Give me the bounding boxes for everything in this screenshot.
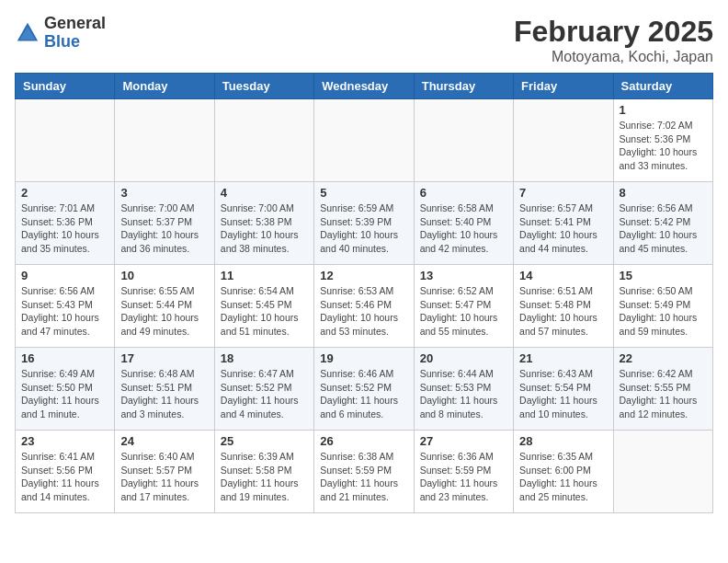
day-info: Sunrise: 6:35 AM Sunset: 6:00 PM Dayligh… <box>519 450 607 504</box>
calendar-cell: 18Sunrise: 6:47 AM Sunset: 5:52 PM Dayli… <box>214 348 313 431</box>
weekday-header-saturday: Saturday <box>613 74 712 99</box>
day-number: 11 <box>221 269 308 282</box>
logo-general: General <box>44 15 106 33</box>
calendar-cell: 2Sunrise: 7:01 AM Sunset: 5:36 PM Daylig… <box>16 182 115 265</box>
subtitle: Motoyama, Kochi, Japan <box>514 49 713 65</box>
day-info: Sunrise: 6:56 AM Sunset: 5:43 PM Dayligh… <box>21 284 108 339</box>
calendar-cell: 28Sunrise: 6:35 AM Sunset: 6:00 PM Dayli… <box>514 431 613 513</box>
day-number: 14 <box>519 269 607 282</box>
main-title: February 2025 <box>514 15 713 49</box>
weekday-header-friday: Friday <box>514 74 613 99</box>
calendar-cell: 23Sunrise: 6:41 AM Sunset: 5:56 PM Dayli… <box>16 431 115 513</box>
weekday-header-thursday: Thursday <box>414 74 513 99</box>
calendar-cell <box>314 99 414 182</box>
day-number: 12 <box>320 269 407 282</box>
day-number: 17 <box>120 351 208 365</box>
day-number: 1 <box>620 103 707 117</box>
day-info: Sunrise: 6:46 AM Sunset: 5:52 PM Dayligh… <box>320 367 407 421</box>
day-info: Sunrise: 6:44 AM Sunset: 5:53 PM Dayligh… <box>420 367 507 421</box>
calendar-cell: 13Sunrise: 6:52 AM Sunset: 5:47 PM Dayli… <box>414 265 513 348</box>
calendar-cell: 4Sunrise: 7:00 AM Sunset: 5:38 PM Daylig… <box>214 182 313 265</box>
day-number: 15 <box>620 269 707 282</box>
logo-blue: Blue <box>44 33 106 52</box>
calendar-cell: 21Sunrise: 6:43 AM Sunset: 5:54 PM Dayli… <box>514 348 613 431</box>
page-header: General Blue February 2025 Motoyama, Koc… <box>15 15 713 65</box>
day-info: Sunrise: 6:54 AM Sunset: 5:45 PM Dayligh… <box>221 284 308 339</box>
calendar-cell: 9Sunrise: 6:56 AM Sunset: 5:43 PM Daylig… <box>16 265 115 348</box>
day-number: 26 <box>320 434 407 448</box>
calendar-week-row: 9Sunrise: 6:56 AM Sunset: 5:43 PM Daylig… <box>16 265 713 348</box>
calendar-cell: 16Sunrise: 6:49 AM Sunset: 5:50 PM Dayli… <box>16 348 115 431</box>
day-info: Sunrise: 7:00 AM Sunset: 5:37 PM Dayligh… <box>120 201 208 256</box>
day-number: 18 <box>221 351 308 365</box>
day-number: 19 <box>320 351 407 365</box>
calendar-cell <box>115 99 214 182</box>
calendar-cell: 6Sunrise: 6:58 AM Sunset: 5:40 PM Daylig… <box>414 182 513 265</box>
day-info: Sunrise: 6:38 AM Sunset: 5:59 PM Dayligh… <box>320 450 407 504</box>
title-block: February 2025 Motoyama, Kochi, Japan <box>514 15 713 65</box>
day-number: 8 <box>620 186 707 200</box>
calendar-cell: 24Sunrise: 6:40 AM Sunset: 5:57 PM Dayli… <box>115 431 214 513</box>
calendar-cell: 17Sunrise: 6:48 AM Sunset: 5:51 PM Dayli… <box>115 348 214 431</box>
calendar-cell: 27Sunrise: 6:36 AM Sunset: 5:59 PM Dayli… <box>414 431 513 513</box>
day-number: 16 <box>21 351 108 365</box>
day-number: 24 <box>120 434 208 448</box>
day-number: 22 <box>620 351 707 365</box>
calendar-cell: 26Sunrise: 6:38 AM Sunset: 5:59 PM Dayli… <box>314 431 414 513</box>
day-info: Sunrise: 6:48 AM Sunset: 5:51 PM Dayligh… <box>120 367 208 421</box>
day-info: Sunrise: 6:59 AM Sunset: 5:39 PM Dayligh… <box>320 201 407 256</box>
calendar-cell: 15Sunrise: 6:50 AM Sunset: 5:49 PM Dayli… <box>613 265 712 348</box>
calendar-week-row: 23Sunrise: 6:41 AM Sunset: 5:56 PM Dayli… <box>16 431 713 513</box>
day-number: 4 <box>221 186 308 200</box>
logo-icon <box>15 20 40 46</box>
day-info: Sunrise: 6:47 AM Sunset: 5:52 PM Dayligh… <box>221 367 308 421</box>
day-number: 7 <box>519 186 607 200</box>
day-number: 6 <box>420 186 507 200</box>
day-info: Sunrise: 6:40 AM Sunset: 5:57 PM Dayligh… <box>120 450 208 504</box>
day-number: 23 <box>21 434 108 448</box>
day-info: Sunrise: 6:58 AM Sunset: 5:40 PM Dayligh… <box>420 201 507 256</box>
calendar-cell: 22Sunrise: 6:42 AM Sunset: 5:55 PM Dayli… <box>613 348 712 431</box>
day-info: Sunrise: 6:36 AM Sunset: 5:59 PM Dayligh… <box>420 450 507 504</box>
calendar-cell <box>214 99 313 182</box>
weekday-header-sunday: Sunday <box>16 74 115 99</box>
calendar-cell: 3Sunrise: 7:00 AM Sunset: 5:37 PM Daylig… <box>115 182 214 265</box>
calendar-cell: 1Sunrise: 7:02 AM Sunset: 5:36 PM Daylig… <box>613 99 712 182</box>
calendar-table: SundayMondayTuesdayWednesdayThursdayFrid… <box>15 73 713 513</box>
calendar-week-row: 2Sunrise: 7:01 AM Sunset: 5:36 PM Daylig… <box>16 182 713 265</box>
weekday-header-wednesday: Wednesday <box>314 74 414 99</box>
day-info: Sunrise: 6:42 AM Sunset: 5:55 PM Dayligh… <box>620 367 707 421</box>
day-info: Sunrise: 6:39 AM Sunset: 5:58 PM Dayligh… <box>221 450 308 504</box>
day-info: Sunrise: 6:53 AM Sunset: 5:46 PM Dayligh… <box>320 284 407 339</box>
day-info: Sunrise: 7:00 AM Sunset: 5:38 PM Dayligh… <box>221 201 308 256</box>
calendar-cell <box>16 99 115 182</box>
weekday-header-monday: Monday <box>115 74 214 99</box>
day-number: 5 <box>320 186 407 200</box>
calendar-cell <box>514 99 613 182</box>
calendar-cell: 12Sunrise: 6:53 AM Sunset: 5:46 PM Dayli… <box>314 265 414 348</box>
calendar-cell <box>414 99 513 182</box>
day-number: 21 <box>519 351 607 365</box>
calendar-cell: 7Sunrise: 6:57 AM Sunset: 5:41 PM Daylig… <box>514 182 613 265</box>
calendar-cell: 11Sunrise: 6:54 AM Sunset: 5:45 PM Dayli… <box>214 265 313 348</box>
day-number: 27 <box>420 434 507 448</box>
calendar-cell: 25Sunrise: 6:39 AM Sunset: 5:58 PM Dayli… <box>214 431 313 513</box>
day-info: Sunrise: 6:43 AM Sunset: 5:54 PM Dayligh… <box>519 367 607 421</box>
day-info: Sunrise: 6:57 AM Sunset: 5:41 PM Dayligh… <box>519 201 607 256</box>
calendar-cell: 14Sunrise: 6:51 AM Sunset: 5:48 PM Dayli… <box>514 265 613 348</box>
calendar-cell: 10Sunrise: 6:55 AM Sunset: 5:44 PM Dayli… <box>115 265 214 348</box>
day-info: Sunrise: 6:55 AM Sunset: 5:44 PM Dayligh… <box>120 284 208 339</box>
weekday-header-row: SundayMondayTuesdayWednesdayThursdayFrid… <box>16 74 713 99</box>
day-info: Sunrise: 6:49 AM Sunset: 5:50 PM Dayligh… <box>21 367 108 421</box>
calendar-cell: 5Sunrise: 6:59 AM Sunset: 5:39 PM Daylig… <box>314 182 414 265</box>
day-number: 2 <box>21 186 108 200</box>
day-info: Sunrise: 6:41 AM Sunset: 5:56 PM Dayligh… <box>21 450 108 504</box>
day-info: Sunrise: 6:52 AM Sunset: 5:47 PM Dayligh… <box>420 284 507 339</box>
day-number: 10 <box>120 269 208 282</box>
day-number: 20 <box>420 351 507 365</box>
day-number: 25 <box>221 434 308 448</box>
day-info: Sunrise: 7:01 AM Sunset: 5:36 PM Dayligh… <box>21 201 108 256</box>
logo: General Blue <box>15 15 106 52</box>
day-info: Sunrise: 6:51 AM Sunset: 5:48 PM Dayligh… <box>519 284 607 339</box>
day-number: 13 <box>420 269 507 282</box>
